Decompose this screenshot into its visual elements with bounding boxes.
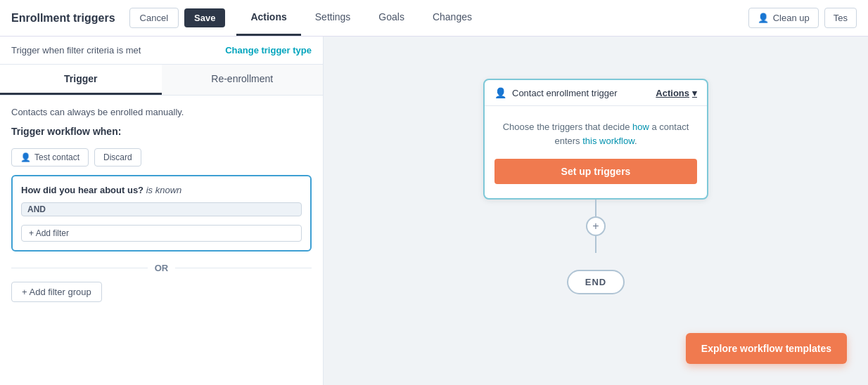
left-panel: Trigger when filter criteria is met Chan… bbox=[0, 37, 324, 385]
add-filter-button[interactable]: + Add filter bbox=[21, 225, 302, 242]
save-button[interactable]: Save bbox=[184, 8, 225, 27]
connector-line-bottom bbox=[595, 236, 596, 253]
filter-group-card: How did you hear about us? is known AND … bbox=[11, 175, 312, 252]
trigger-card-actions-link[interactable]: Actions ▾ bbox=[656, 88, 697, 98]
trigger-type-text: Trigger when filter criteria is met bbox=[11, 45, 141, 56]
trigger-type-bar: Trigger when filter criteria is met Chan… bbox=[0, 37, 323, 65]
setup-triggers-button[interactable]: Set up triggers bbox=[494, 159, 697, 184]
tab-trigger[interactable]: Trigger bbox=[0, 65, 162, 95]
plus-connector: + bbox=[586, 200, 606, 253]
nav-right: 👤 Clean up Tes bbox=[748, 8, 857, 28]
trigger-card-header: 👤 Contact enrollment trigger Actions ▾ bbox=[485, 80, 707, 106]
tab-changes[interactable]: Changes bbox=[419, 0, 486, 36]
test-contact-button[interactable]: 👤 Test contact bbox=[11, 148, 89, 167]
trigger-card-description: Choose the triggers that decide how a co… bbox=[494, 120, 697, 148]
connector-line-top bbox=[595, 200, 596, 216]
trigger-card-title: 👤 Contact enrollment trigger bbox=[494, 87, 618, 98]
right-panel: 👤 Contact enrollment trigger Actions ▾ C… bbox=[324, 37, 868, 385]
trigger-when-label: Trigger workflow when: bbox=[11, 126, 312, 137]
discard-button[interactable]: Discard bbox=[94, 148, 141, 167]
trigger-card-body: Choose the triggers that decide how a co… bbox=[485, 106, 707, 198]
main-nav-tabs: Actions Settings Goals Changes bbox=[236, 0, 486, 36]
or-label: OR bbox=[155, 263, 169, 273]
filter-condition: is known bbox=[146, 185, 182, 195]
tab-goals[interactable]: Goals bbox=[364, 0, 419, 36]
action-buttons-row: 👤 Test contact Discard bbox=[11, 148, 312, 167]
person-icon: 👤 bbox=[758, 13, 769, 23]
tab-reenrollment[interactable]: Re-enrollment bbox=[162, 65, 324, 95]
person-small-icon: 👤 bbox=[20, 152, 31, 162]
panel-body: Contacts can always be enrolled manually… bbox=[0, 96, 323, 385]
trigger-card: 👤 Contact enrollment trigger Actions ▾ C… bbox=[483, 79, 708, 200]
cleanup-button[interactable]: 👤 Clean up bbox=[748, 8, 819, 28]
top-nav: Enrollment triggers Cancel Save Actions … bbox=[0, 0, 868, 37]
contact-icon: 👤 bbox=[494, 87, 506, 98]
change-trigger-link[interactable]: Change trigger type bbox=[225, 45, 312, 56]
add-filter-group-button[interactable]: + Add filter group bbox=[11, 282, 102, 302]
chevron-down-icon: ▾ bbox=[692, 88, 697, 98]
filter-row: How did you hear about us? is known bbox=[21, 185, 302, 195]
filter-field: How did you hear about us? bbox=[21, 185, 143, 195]
main-content: Trigger when filter criteria is met Chan… bbox=[0, 37, 868, 385]
cancel-button[interactable]: Cancel bbox=[129, 8, 179, 28]
and-badge: AND bbox=[21, 202, 302, 216]
highlight-how: how bbox=[632, 122, 649, 132]
tab-actions[interactable]: Actions bbox=[236, 0, 300, 36]
end-node: END bbox=[567, 270, 625, 294]
enrolled-note: Contacts can always be enrolled manually… bbox=[11, 107, 312, 117]
add-step-button[interactable]: + bbox=[586, 216, 606, 236]
test-button[interactable]: Tes bbox=[824, 8, 857, 28]
inner-tabs: Trigger Re-enrollment bbox=[0, 65, 323, 96]
explore-templates-button[interactable]: Explore workflow templates bbox=[686, 333, 847, 364]
or-divider: OR bbox=[11, 263, 312, 273]
highlight-this-workflow: this workflow bbox=[582, 136, 634, 146]
workflow-canvas: 👤 Contact enrollment trigger Actions ▾ C… bbox=[483, 79, 708, 294]
tab-settings[interactable]: Settings bbox=[301, 0, 365, 36]
page-title: Enrollment triggers bbox=[11, 12, 115, 25]
